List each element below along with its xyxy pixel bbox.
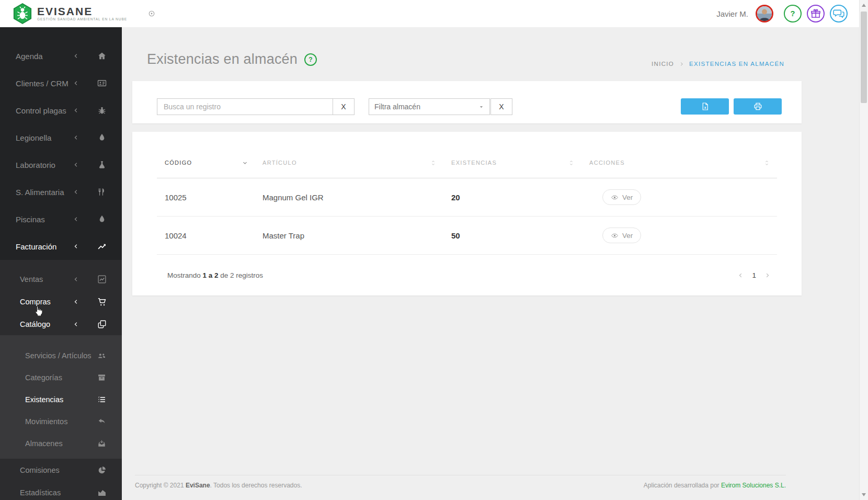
column-header-codigo[interactable]: CÓDIGO: [157, 160, 255, 166]
cell-codigo: 10025: [157, 193, 255, 202]
sidebar-item-facturacion[interactable]: Facturación: [0, 233, 122, 260]
stock-table-panel: CÓDIGO ARTÍCULO EXISTENCIAS ACCIONES: [132, 132, 802, 296]
cell-codigo: 10024: [157, 231, 255, 240]
clear-search-button[interactable]: X: [333, 98, 355, 115]
chevron-down-icon: [242, 160, 248, 166]
scroll-down-arrow[interactable]: [862, 493, 866, 496]
sidebar-item-categorias[interactable]: Categorías: [0, 367, 122, 389]
evisane-logo-icon: [13, 3, 32, 25]
pie-chart-icon: [97, 465, 107, 475]
id-card-icon: [97, 78, 107, 88]
chevron-left-icon: [73, 53, 79, 59]
flask-icon: [97, 160, 107, 169]
pagination-next[interactable]: [764, 272, 770, 278]
export-excel-button[interactable]: x: [681, 98, 729, 115]
eye-icon: [611, 194, 619, 201]
sidebar-item-clientes-crm[interactable]: Clientes / CRM: [0, 70, 122, 97]
svg-text:?: ?: [791, 9, 795, 18]
utensils-icon: [97, 187, 107, 197]
users-icon: [97, 351, 106, 360]
table-row: 10024 Master Trap 50 Ver: [157, 217, 777, 255]
brand-name: EVISANE: [37, 6, 127, 17]
sidebar-item-s-alimentaria[interactable]: S. Alimentaria: [0, 178, 122, 206]
breadcrumb-current: EXISTENCIAS EN ALMACÉN: [689, 61, 784, 67]
cell-articulo: Master Trap: [255, 231, 443, 240]
search-input[interactable]: [157, 98, 333, 115]
droplet-icon: [97, 133, 107, 142]
print-button[interactable]: [734, 98, 782, 115]
cell-existencias: 20: [443, 193, 581, 202]
page-scrollbar[interactable]: [859, 0, 868, 500]
filter-panel: X Filtra almacén X x: [132, 81, 802, 123]
page-footer: Copyright © 2021 EviSane. Todos los dere…: [135, 475, 786, 489]
sidebar-item-compras[interactable]: Compras: [0, 290, 122, 313]
clear-filter-button[interactable]: X: [490, 98, 512, 115]
warehouse-filter-select[interactable]: Filtra almacén: [369, 98, 490, 115]
avatar[interactable]: [756, 5, 773, 22]
stock-table: CÓDIGO ARTÍCULO EXISTENCIAS ACCIONES: [157, 147, 777, 279]
copyright-text: Copyright © 2021 EviSane. Todos los dere…: [135, 482, 302, 489]
sidebar-item-almacenes[interactable]: Almacenes: [0, 433, 122, 454]
copy-icon: [97, 320, 107, 329]
column-header-articulo[interactable]: ARTÍCULO: [255, 160, 443, 166]
sort-icon: [763, 160, 770, 166]
sidebar-item-catalogo[interactable]: Catálogo: [0, 313, 122, 335]
chart-box-icon: [97, 275, 107, 284]
warehouse-filter-placeholder: Filtra almacén: [374, 103, 478, 111]
top-header: EVISANE GESTIÓN SANIDAD AMBIENTAL EN LA …: [0, 0, 859, 27]
sidebar-item-estadisticas[interactable]: Estadísticas: [0, 481, 122, 500]
list-icon: [97, 395, 106, 404]
sidebar-item-agenda[interactable]: Agenda: [0, 42, 122, 70]
sort-icon: [568, 160, 575, 166]
table-row: 10025 Magnum Gel IGR 20 Ver: [157, 178, 777, 217]
cell-existencias: 50: [443, 231, 581, 240]
question-icon[interactable]: ?: [304, 53, 317, 66]
scroll-up-arrow[interactable]: [862, 4, 866, 7]
page-title: Existencias en almacén: [147, 51, 298, 67]
chat-button[interactable]: [830, 5, 848, 22]
area-chart-icon: [97, 488, 107, 497]
evirom-link[interactable]: Evirom Soluciones S.L.: [721, 482, 786, 489]
chevron-left-icon: [73, 81, 79, 86]
bug-icon: [97, 106, 107, 115]
evisane-logo[interactable]: EVISANE GESTIÓN SANIDAD AMBIENTAL EN LA …: [13, 3, 127, 25]
ver-button[interactable]: Ver: [602, 228, 641, 243]
chevron-left-icon: [73, 276, 79, 282]
chevron-left-icon: [73, 244, 79, 249]
scrollbar-thumb[interactable]: [861, 12, 867, 103]
sidebar-item-laboratorio[interactable]: Laboratorio: [0, 151, 122, 178]
ver-button[interactable]: Ver: [602, 189, 641, 205]
column-header-existencias[interactable]: EXISTENCIAS: [443, 160, 581, 166]
pagination-page-1[interactable]: 1: [752, 271, 756, 279]
eye-icon: [611, 232, 619, 240]
help-button[interactable]: ?: [784, 5, 802, 22]
sort-icon: [430, 160, 437, 166]
brand-tagline: GESTIÓN SANIDAD AMBIENTAL EN LA NUBE: [37, 17, 127, 21]
chat-icon: [833, 8, 844, 19]
sidebar-item-movimientos[interactable]: Movimientos: [0, 411, 122, 433]
archive-icon: [97, 373, 106, 382]
sidebar-item-servicios-articulos[interactable]: Servicios / Artículos: [0, 345, 122, 367]
sidebar-item-control-plagas[interactable]: Control plagas: [0, 97, 122, 124]
evisane-app: EVISANE GESTIÓN SANIDAD AMBIENTAL EN LA …: [0, 0, 868, 500]
gift-icon: [810, 8, 821, 19]
column-header-acciones[interactable]: ACCIONES: [581, 160, 777, 166]
user-name[interactable]: Javier M.: [716, 9, 748, 18]
chevron-left-icon: [73, 108, 79, 113]
gift-button[interactable]: [807, 5, 825, 22]
pagination-prev[interactable]: [738, 272, 744, 278]
svg-text:x: x: [704, 106, 706, 109]
sidebar-item-comisiones[interactable]: Comisiones: [0, 459, 122, 481]
catalogo-submenu: Servicios / Artículos Categorías Existen…: [0, 335, 122, 459]
cell-articulo: Magnum Gel IGR: [255, 193, 443, 202]
sidebar-item-piscinas[interactable]: Piscinas: [0, 206, 122, 233]
breadcrumb-home[interactable]: INICIO: [652, 61, 674, 67]
excel-file-icon: x: [701, 102, 710, 111]
target-icon[interactable]: [148, 10, 155, 17]
sidebar-item-existencias[interactable]: Existencias: [0, 389, 122, 411]
sidebar-item-legionella[interactable]: Legionella: [0, 124, 122, 151]
sidebar: Agenda Clientes / CRM Control plagas Leg…: [0, 27, 122, 500]
chevron-left-icon: [73, 189, 79, 195]
chart-line-icon: [97, 242, 107, 251]
sidebar-item-ventas[interactable]: Ventas: [0, 268, 122, 290]
